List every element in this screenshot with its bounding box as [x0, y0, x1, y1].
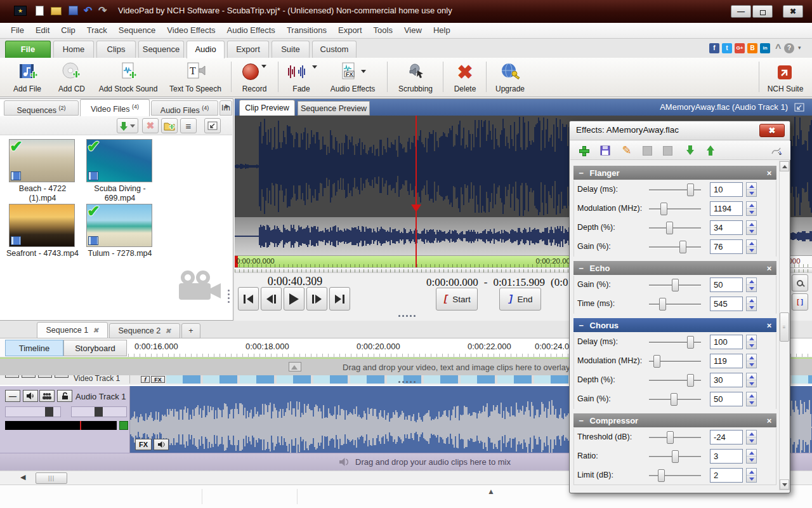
slider-thumb[interactable] — [659, 298, 666, 311]
googleplus-icon[interactable]: G+ — [735, 43, 745, 53]
scrollbar-thumb[interactable]: ≡ — [780, 312, 789, 342]
timeline-view-button[interactable]: Timeline — [5, 340, 63, 356]
list-view-button[interactable]: ≡ — [180, 118, 197, 133]
spin-up-icon[interactable] — [747, 221, 756, 228]
menu-export[interactable]: Export — [332, 23, 368, 38]
twitter-icon[interactable]: t — [722, 43, 732, 53]
linkedin-icon[interactable]: in — [760, 43, 770, 53]
menu-edit[interactable]: Edit — [30, 23, 55, 38]
scroll-down-button[interactable] — [780, 479, 789, 490]
close-tab-icon[interactable]: ✖ — [93, 326, 98, 335]
file-thumbnail-seafront[interactable] — [9, 204, 75, 247]
value-spinner[interactable] — [746, 201, 757, 216]
scrollbar-thumb[interactable]: ||| — [36, 472, 67, 484]
open-project-icon[interactable] — [51, 7, 62, 15]
video-clip-fade-button[interactable]: f — [141, 376, 150, 383]
collapse-section-icon[interactable]: − — [579, 321, 584, 330]
text-to-speech-button[interactable]: T Text To Speech — [164, 60, 227, 95]
parameter-value-input[interactable]: 545 — [710, 297, 743, 311]
record-button[interactable]: Record — [236, 60, 273, 95]
section-header-flanger[interactable]: − Flanger × — [573, 166, 776, 180]
add-effect-button[interactable] — [575, 143, 592, 158]
parameter-value-input[interactable]: 1194 — [710, 201, 743, 216]
menu-view[interactable]: View — [398, 23, 428, 38]
menu-track[interactable]: Track — [81, 23, 113, 38]
tab-home[interactable]: Home — [53, 41, 94, 58]
value-spinner[interactable] — [746, 239, 757, 254]
menu-file[interactable]: File — [5, 23, 30, 38]
tab-sequences[interactable]: Sequences (2) — [4, 100, 79, 116]
record-dropdown-icon[interactable] — [261, 65, 266, 68]
tab-clip-preview[interactable]: Clip Preview — [239, 100, 295, 116]
mute-track-button[interactable] — [23, 390, 38, 402]
value-spinner[interactable] — [746, 182, 757, 197]
spin-up-icon[interactable] — [747, 354, 756, 361]
parameter-slider[interactable] — [649, 241, 701, 253]
slider-thumb[interactable] — [653, 355, 660, 368]
slider-thumb[interactable] — [95, 407, 103, 417]
dialog-scrollbar[interactable]: ≡ — [779, 161, 790, 490]
dialog-close-button[interactable]: ✖ — [759, 124, 785, 137]
value-spinner[interactable] — [746, 449, 757, 464]
tab-sequence[interactable]: Sequence — [138, 41, 184, 58]
remove-section-icon[interactable]: × — [766, 168, 771, 178]
parameter-value-input[interactable]: 50 — [710, 277, 743, 292]
parameter-value-input[interactable]: 34 — [710, 220, 743, 235]
close-tab-icon[interactable]: ✖ — [165, 327, 171, 335]
parameter-slider[interactable] — [649, 298, 701, 311]
spin-up-icon[interactable] — [747, 202, 756, 209]
slider-thumb[interactable] — [672, 279, 679, 291]
go-to-start-button[interactable] — [238, 287, 259, 311]
value-spinner[interactable] — [746, 277, 757, 292]
parameter-value-input[interactable]: -24 — [710, 430, 743, 444]
clip-volume-button[interactable] — [154, 439, 169, 450]
add-stock-sound-button[interactable]: Add Stock Sound — [94, 60, 162, 95]
spin-down-icon[interactable] — [747, 361, 756, 368]
slider-thumb[interactable] — [687, 184, 694, 196]
set-end-button[interactable]: ]End — [499, 288, 541, 311]
facebook-icon[interactable]: f — [709, 43, 719, 53]
volume-slider[interactable] — [5, 406, 61, 417]
scroll-up-button[interactable] — [780, 161, 789, 171]
go-to-end-button[interactable] — [329, 287, 350, 311]
clip-fx-button[interactable]: FX — [135, 439, 152, 450]
import-files-button[interactable] — [117, 118, 138, 133]
file-thumbnail-scuba[interactable]: ✔ — [86, 139, 152, 182]
close-button[interactable]: ✖ — [783, 5, 803, 18]
spin-down-icon[interactable] — [747, 380, 756, 387]
spin-up-icon[interactable] — [747, 183, 756, 190]
tab-scroll-right-icon[interactable]: ▶ — [225, 103, 230, 109]
menu-clip[interactable]: Clip — [55, 23, 81, 38]
playhead-line[interactable] — [416, 116, 417, 267]
parameter-value-input[interactable]: 2 — [710, 468, 743, 483]
detach-panel-button[interactable] — [204, 118, 221, 133]
ribbon-options-arrow-icon[interactable]: ▾ — [798, 44, 801, 51]
spin-up-icon[interactable] — [747, 240, 756, 247]
horizontal-splitter-handle[interactable] — [398, 315, 416, 317]
parameter-slider[interactable] — [649, 279, 701, 291]
audio-effects-dropdown-icon[interactable] — [361, 70, 366, 73]
new-project-icon[interactable] — [36, 6, 44, 16]
edit-effect-button[interactable]: ✎ — [619, 143, 635, 158]
remove-section-icon[interactable]: × — [766, 321, 771, 330]
value-spinner[interactable] — [746, 354, 757, 368]
spin-up-icon[interactable] — [747, 297, 756, 304]
expand-panel-icon[interactable]: ▲ — [487, 487, 495, 496]
spin-down-icon[interactable] — [747, 457, 756, 463]
help-icon[interactable]: ? — [784, 43, 794, 53]
delete-button[interactable]: ✖ Delete — [447, 60, 483, 95]
spin-down-icon[interactable] — [747, 209, 756, 215]
spin-down-icon[interactable] — [747, 247, 756, 253]
slider-thumb[interactable] — [679, 241, 686, 253]
spin-down-icon[interactable] — [747, 438, 756, 444]
value-spinner[interactable] — [746, 392, 757, 406]
previous-frame-button[interactable] — [261, 287, 282, 311]
slider-thumb[interactable] — [687, 336, 694, 349]
collapse-ribbon-icon[interactable]: ^ — [775, 43, 781, 54]
lock-track-button[interactable] — [55, 375, 69, 378]
tab-clips[interactable]: Clips — [96, 41, 136, 58]
lock-track-button[interactable] — [57, 390, 72, 402]
parameter-value-input[interactable]: 76 — [710, 239, 743, 254]
value-spinner[interactable] — [746, 297, 757, 311]
menu-audio-effects[interactable]: Audio Effects — [221, 23, 281, 38]
